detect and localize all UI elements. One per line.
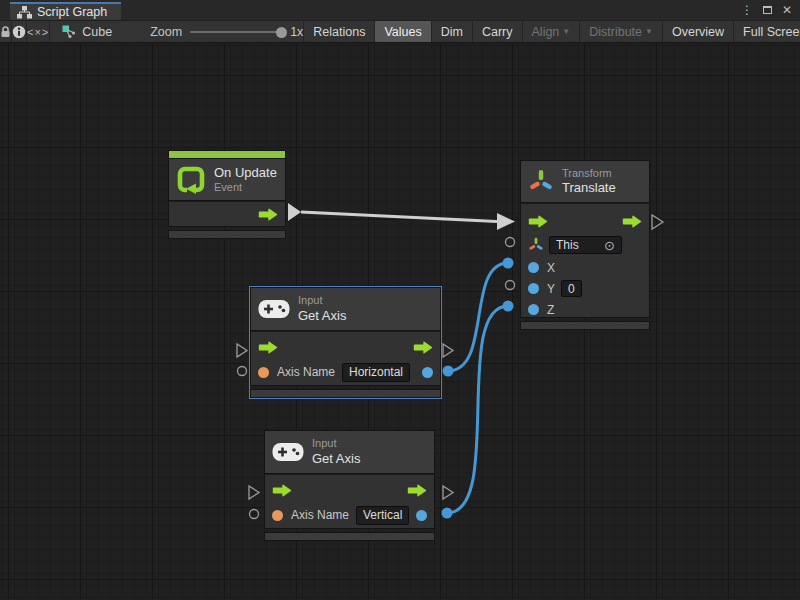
lock-button[interactable] bbox=[0, 21, 12, 42]
getaxis-v-enter-outer-port[interactable] bbox=[249, 486, 259, 499]
event-accent-bar bbox=[168, 150, 286, 158]
getaxis-h-exit-outer-port[interactable] bbox=[443, 344, 453, 357]
graph-tree-icon bbox=[17, 6, 32, 19]
z-value-port[interactable] bbox=[528, 304, 539, 315]
y-value-field[interactable]: 0 bbox=[561, 280, 582, 297]
getaxis-v-name-outer-port[interactable] bbox=[250, 510, 259, 519]
axis-name-label: Axis Name bbox=[277, 365, 335, 379]
code-preview-label: <×> bbox=[27, 26, 49, 38]
flow-exit-port[interactable] bbox=[258, 208, 278, 221]
window-menu-icon[interactable]: ⋮ bbox=[741, 4, 753, 16]
gamepad-icon bbox=[258, 299, 290, 319]
tab-script-graph[interactable]: Script Graph bbox=[10, 2, 121, 20]
result-value-port[interactable] bbox=[422, 367, 433, 378]
x-value-port[interactable] bbox=[528, 262, 539, 273]
axis-name-port[interactable] bbox=[258, 367, 269, 378]
chevron-down-icon: ▼ bbox=[562, 27, 570, 36]
maximize-icon[interactable] bbox=[763, 6, 772, 14]
node-subtitle: Transform bbox=[562, 167, 616, 181]
node-footer bbox=[520, 321, 650, 330]
align-dropdown[interactable]: Align ▼ bbox=[523, 21, 581, 42]
info-icon bbox=[12, 25, 26, 39]
code-preview-button[interactable]: <×> bbox=[27, 21, 50, 42]
zoom-control: Zoom 1x bbox=[122, 25, 303, 39]
node-title: On Update bbox=[214, 165, 277, 181]
node-title: Translate bbox=[562, 180, 616, 196]
object-picker-icon[interactable]: ⊙ bbox=[604, 239, 615, 252]
relations-button[interactable]: Relations bbox=[304, 21, 375, 42]
node-footer bbox=[264, 532, 435, 541]
node-subtitle: Input bbox=[312, 437, 360, 451]
flow-exit-port[interactable] bbox=[407, 484, 427, 497]
carry-button[interactable]: Carry bbox=[473, 21, 523, 42]
value-wire-horizontal-x bbox=[443, 258, 514, 377]
axis-name-port[interactable] bbox=[272, 510, 283, 521]
node-translate[interactable]: Transform Translate bbox=[520, 160, 650, 330]
translate-y-outer-port[interactable] bbox=[506, 281, 515, 290]
axis-name-label: Axis Name bbox=[291, 508, 349, 522]
dim-button[interactable]: Dim bbox=[432, 21, 473, 42]
node-get-axis-vertical[interactable]: Input Get Axis Axis Name Vertical bbox=[264, 430, 435, 541]
graph-target[interactable]: Cube bbox=[50, 25, 122, 39]
z-port-label: Z bbox=[547, 303, 554, 317]
toolbar-buttons: Relations Values Dim Carry Align ▼ Distr… bbox=[303, 21, 800, 42]
getaxis-h-enter-outer-port[interactable] bbox=[237, 344, 247, 357]
y-value-port[interactable] bbox=[528, 283, 539, 294]
node-title: Get Axis bbox=[312, 451, 360, 467]
axis-name-field[interactable]: Vertical bbox=[356, 506, 409, 525]
x-port-label: X bbox=[547, 261, 555, 275]
close-icon[interactable]: ✕ bbox=[782, 4, 792, 16]
this-target-field[interactable]: This ⊙ bbox=[549, 236, 622, 254]
inspect-button[interactable] bbox=[12, 21, 27, 42]
flow-enter-port[interactable] bbox=[272, 484, 292, 497]
zoom-slider-track[interactable] bbox=[190, 31, 282, 33]
transform-icon bbox=[528, 168, 554, 195]
graph-target-icon bbox=[62, 25, 76, 39]
value-wire-vertical-z bbox=[442, 301, 514, 519]
tab-title: Script Graph bbox=[37, 5, 107, 19]
flow-enter-port[interactable] bbox=[258, 341, 278, 354]
flow-exit-port[interactable] bbox=[622, 215, 642, 228]
transform-port-icon[interactable] bbox=[528, 237, 544, 253]
axis-name-field[interactable]: Horizontal bbox=[342, 363, 410, 382]
distribute-dropdown[interactable]: Distribute ▼ bbox=[580, 21, 663, 42]
getaxis-v-exit-outer-port[interactable] bbox=[443, 486, 453, 499]
node-title: Get Axis bbox=[298, 308, 346, 324]
zoom-slider-handle[interactable] bbox=[276, 27, 287, 38]
on-update-loop-icon bbox=[176, 166, 206, 194]
node-footer bbox=[168, 230, 286, 239]
tab-strip: Script Graph ⋮ ✕ bbox=[0, 0, 800, 20]
node-get-axis-horizontal[interactable]: Input Get Axis Axis Name Horizontal bbox=[250, 287, 441, 398]
graph-canvas[interactable]: On Update Event bbox=[0, 43, 800, 599]
zoom-label: Zoom bbox=[150, 25, 182, 39]
values-button[interactable]: Values bbox=[375, 21, 431, 42]
graph-toolbar: <×> Cube Zoom 1x Relations Values Dim Ca… bbox=[0, 20, 800, 43]
overview-button[interactable]: Overview bbox=[663, 21, 734, 42]
getaxis-h-name-outer-port[interactable] bbox=[238, 367, 247, 376]
node-subtitle: Input bbox=[298, 294, 346, 308]
flow-enter-port[interactable] bbox=[528, 215, 548, 228]
node-on-update[interactable]: On Update Event bbox=[168, 150, 286, 239]
chevron-down-icon: ▼ bbox=[645, 27, 653, 36]
gamepad-icon bbox=[272, 442, 304, 462]
flow-exit-port[interactable] bbox=[413, 341, 433, 354]
graph-target-label: Cube bbox=[82, 25, 112, 39]
node-footer bbox=[250, 389, 441, 398]
zoom-value: 1x bbox=[290, 25, 303, 39]
flow-wire-onupdate-translate bbox=[288, 203, 515, 230]
translate-this-outer-port[interactable] bbox=[506, 238, 515, 247]
result-value-port[interactable] bbox=[416, 510, 427, 521]
window-controls: ⋮ ✕ bbox=[733, 0, 800, 20]
translate-exit-outer-port[interactable] bbox=[652, 215, 663, 229]
node-subtitle: Event bbox=[214, 181, 277, 195]
lock-icon bbox=[0, 25, 11, 38]
script-graph-window: Script Graph ⋮ ✕ <×> bbox=[0, 0, 800, 600]
y-port-label: Y bbox=[547, 282, 555, 296]
full-screen-button[interactable]: Full Screen bbox=[734, 21, 800, 42]
